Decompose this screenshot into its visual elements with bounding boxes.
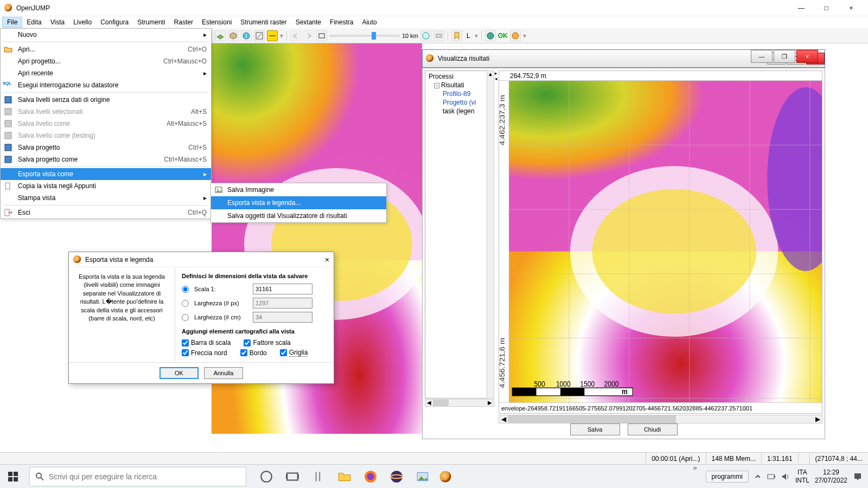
- battery-icon[interactable]: [767, 473, 776, 480]
- mdi-close-button[interactable]: ×: [796, 50, 818, 63]
- check-barra-scala[interactable]: Barra di scala: [182, 339, 231, 346]
- palette-icon[interactable]: [510, 30, 521, 41]
- cube-icon[interactable]: [228, 30, 239, 41]
- menu-sextante[interactable]: Sextante: [291, 17, 326, 27]
- check-freccia-nord[interactable]: Freccia nord: [182, 349, 227, 357]
- menu-raster[interactable]: Raster: [170, 17, 197, 27]
- taskview-icon[interactable]: [285, 470, 299, 484]
- photos-icon[interactable]: [416, 470, 430, 484]
- eclipse-icon[interactable]: [390, 470, 404, 484]
- input-scala[interactable]: [253, 284, 312, 294]
- edit-icon[interactable]: [254, 30, 265, 41]
- menu-vista[interactable]: Vista: [46, 17, 69, 27]
- window-close-button[interactable]: ×: [839, 0, 864, 16]
- menu-salva-livelli[interactable]: Salva livelli senza dati di origine: [1, 94, 211, 106]
- submenu-esporta-vista-legenda[interactable]: Esporta vista e legenda...: [211, 196, 386, 209]
- redo-icon[interactable]: [303, 30, 314, 41]
- menu-configura[interactable]: Configura: [96, 17, 133, 27]
- menu-copia-appunti[interactable]: Copia la vista negli Appunti: [1, 180, 211, 192]
- world-icon[interactable]: [485, 30, 496, 41]
- undo-icon[interactable]: [290, 30, 301, 41]
- menu-strumenti-raster[interactable]: Strumenti raster: [236, 17, 291, 27]
- check-fattore-scala[interactable]: Fattore scala: [244, 339, 290, 346]
- menu-livello[interactable]: Livello: [69, 17, 96, 27]
- mini-map[interactable]: 4.462.237,3 m 4.456.721,6 m 500100015002…: [499, 81, 822, 402]
- taskbar-search[interactable]: [29, 467, 246, 486]
- menu-salva-livello-come: Salva livello comeAlt+Maiusc+S: [1, 118, 211, 130]
- menu-nuovo[interactable]: Nuovo▸: [1, 29, 211, 41]
- menu-esporta-vista-come[interactable]: Esporta vista come▸: [1, 168, 211, 180]
- results-footer: Salva Chiudi: [423, 422, 825, 436]
- window-maximize-button[interactable]: □: [814, 0, 839, 16]
- menu-apri-recente[interactable]: Apri recente▸: [1, 67, 211, 79]
- tree-results[interactable]: −Risultati: [426, 81, 493, 89]
- svg-rect-12: [5, 97, 11, 103]
- info-icon[interactable]: i: [241, 30, 252, 41]
- radio-larghezza-px[interactable]: [182, 300, 189, 307]
- start-button[interactable]: [0, 465, 26, 489]
- results-save-button[interactable]: Salva: [570, 423, 620, 435]
- dialog-titlebar[interactable]: Esporta vista e legenda ×: [69, 252, 334, 267]
- language-indicator[interactable]: ITAINTL: [795, 468, 809, 484]
- tree-task[interactable]: task (legen: [426, 107, 493, 115]
- volume-icon[interactable]: [781, 472, 790, 481]
- layers-icon[interactable]: [215, 30, 226, 41]
- results-tree[interactable]: Processi −Risultati Profilo-89 Progetto …: [425, 70, 494, 399]
- menu-sql-datastore[interactable]: SQLEsegui interrogazione su datastore: [1, 79, 211, 91]
- dialog-close-button[interactable]: ×: [325, 255, 329, 264]
- check-griglia[interactable]: Griglia: [280, 349, 308, 357]
- svg-rect-15: [5, 132, 11, 139]
- print-icon[interactable]: [433, 30, 444, 41]
- menu-file[interactable]: File: [2, 17, 22, 28]
- taskbar-search-input[interactable]: [49, 472, 240, 481]
- mdi-restore-button[interactable]: ❐: [774, 50, 795, 63]
- menu-salva-progetto-come[interactable]: Salva progetto comeCtrl+Maiusc+S: [1, 153, 211, 165]
- openjump-task-icon[interactable]: [440, 471, 451, 482]
- bookmark-icon[interactable]: [451, 30, 462, 41]
- menu-esci[interactable]: EsciCtrl+Q: [1, 207, 211, 219]
- menu-salva-selezionati: Salva livelli selezionatiAlt+S: [1, 106, 211, 118]
- separator: [481, 31, 482, 41]
- radio-larghezza-cm[interactable]: [182, 314, 189, 321]
- tree-hscroll[interactable]: ◀▶: [425, 399, 494, 407]
- menu-finestra[interactable]: Finestra: [326, 17, 358, 27]
- tree-vscroll[interactable]: ▲: [487, 70, 494, 399]
- zoom-level-label: L: [464, 32, 473, 40]
- explorer-icon[interactable]: [337, 470, 352, 484]
- status-coords: (271074,8 ; 44...: [809, 453, 868, 464]
- mdi-minimize-button[interactable]: —: [751, 50, 773, 63]
- globe-icon[interactable]: [420, 30, 431, 41]
- chevron-up-icon[interactable]: [754, 473, 762, 480]
- menu-estensioni[interactable]: Estensioni: [197, 17, 236, 27]
- dialog-cancel-button[interactable]: Annulla: [204, 367, 243, 379]
- submenu-salva-oggetti[interactable]: Salva oggetti dal Visualizzatore di risu…: [211, 209, 386, 222]
- splitter-handle[interactable]: ▸ ◂: [495, 70, 498, 407]
- tree-root[interactable]: Processi: [426, 72, 493, 81]
- check-bordo[interactable]: Bordo: [240, 349, 267, 357]
- taskbar-programmi-button[interactable]: » programmi: [706, 471, 749, 483]
- menu-apri[interactable]: Apri...Ctrl+O: [1, 43, 211, 55]
- svg-rect-71: [768, 474, 774, 479]
- menu-strumenti[interactable]: Strumenti: [133, 17, 169, 27]
- menu-edita[interactable]: Edita: [22, 17, 46, 27]
- extent-icon[interactable]: [316, 30, 327, 41]
- radio-scala[interactable]: [182, 286, 189, 293]
- menu-stampa-vista[interactable]: Stampa vista▸: [1, 192, 211, 204]
- menu-apri-progetto[interactable]: Apri progetto...Ctrl+Maiusc+O: [1, 55, 211, 67]
- tree-progetto[interactable]: Progetto (vi: [426, 98, 493, 107]
- firefox-icon[interactable]: [363, 470, 378, 484]
- submenu-salva-immagine[interactable]: Salva Immagine: [211, 183, 386, 196]
- menu-aiuto[interactable]: Aiuto: [358, 17, 381, 27]
- svg-text:4.462.237,3 m: 4.462.237,3 m: [499, 95, 506, 145]
- menu-salva-progetto[interactable]: Salva progettoCtrl+S: [1, 142, 211, 153]
- notifications-icon[interactable]: [853, 472, 863, 481]
- dialog-ok-button[interactable]: OK: [159, 367, 199, 379]
- svg-text:i: i: [246, 32, 247, 40]
- tree-profilo[interactable]: Profilo-89: [426, 89, 493, 98]
- zoom-slider[interactable]: [329, 35, 400, 37]
- cortana-icon[interactable]: [259, 470, 273, 484]
- ruler-icon[interactable]: [267, 30, 278, 41]
- results-close-button[interactable]: Chiudi: [628, 423, 678, 435]
- window-minimize-button[interactable]: —: [789, 0, 814, 16]
- clock[interactable]: 12:2927/07/2022: [815, 468, 847, 484]
